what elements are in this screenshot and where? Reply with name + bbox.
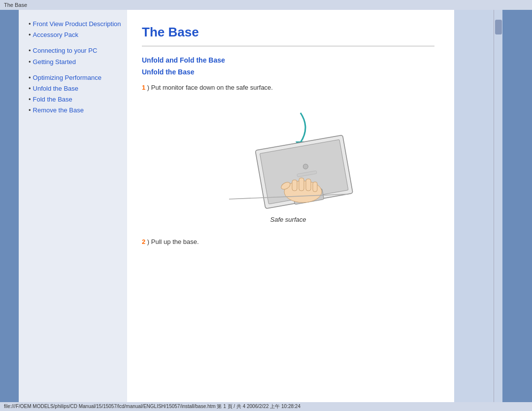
list-item: Getting Started (29, 58, 122, 67)
scrollbar[interactable] (494, 10, 502, 402)
step-2: 2 ) Pull up the base. (142, 238, 434, 245)
sidebar: Front View Product Description Accessory… (19, 10, 127, 402)
sub-heading: Unfold the Base (142, 68, 434, 76)
title-bar-text: The Base (4, 2, 27, 8)
sidebar-link-unfold-base[interactable]: Unfold the Base (33, 84, 79, 93)
sidebar-group-2: Connecting to your PC Getting Started (29, 46, 122, 66)
right-panel-blue (502, 10, 532, 402)
sidebar-link-front-view[interactable]: Front View Product Description (33, 20, 121, 29)
svg-rect-11 (313, 182, 317, 192)
svg-rect-9 (299, 178, 304, 191)
status-bar-text: file:///F/OEM MODELS/philips/CD Manual/1… (4, 403, 300, 410)
section-heading: Unfold and Fold the Base (142, 56, 434, 64)
sidebar-nav: Front View Product Description Accessory… (29, 20, 122, 115)
step-1-text: ) Put monitor face down on the safe surf… (147, 84, 273, 91)
step-1-number: 1 (142, 84, 145, 91)
list-item: Remove the Base (29, 106, 122, 115)
list-item: Fold the Base (29, 95, 122, 104)
sidebar-link-fold-base[interactable]: Fold the Base (33, 95, 72, 104)
monitor-illustration (214, 103, 362, 211)
divider (142, 46, 434, 46)
sidebar-link-accessory-pack[interactable]: Accessory Pack (33, 31, 78, 39)
sidebar-link-getting-started[interactable]: Getting Started (33, 58, 76, 67)
right-panels (454, 10, 532, 402)
list-item: Optimizing Performance (29, 73, 122, 82)
sidebar-link-connecting[interactable]: Connecting to your PC (33, 46, 98, 55)
sidebar-group-3: Optimizing Performance Unfold the Base F… (29, 73, 122, 115)
sidebar-group-1: Front View Product Description Accessory… (29, 20, 122, 39)
scroll-thumb[interactable] (495, 20, 502, 34)
status-bar: file:///F/OEM MODELS/philips/CD Manual/1… (0, 402, 532, 411)
content-area: The Base Unfold and Fold the Base Unfold… (127, 10, 454, 402)
sidebar-link-remove-base[interactable]: Remove the Base (33, 106, 84, 115)
step-1: 1 ) Put monitor face down on the safe su… (142, 84, 434, 91)
main-wrapper: Front View Product Description Accessory… (0, 10, 532, 402)
svg-rect-8 (292, 180, 297, 191)
sidebar-link-optimizing[interactable]: Optimizing Performance (33, 73, 101, 82)
step-2-text: ) Pull up the base. (147, 238, 199, 245)
list-item: Accessory Pack (29, 31, 122, 39)
page-title: The Base (142, 25, 434, 40)
right-panel-light (454, 10, 494, 402)
svg-rect-10 (306, 179, 311, 191)
left-accent-bar (0, 10, 19, 402)
title-bar: The Base (0, 0, 532, 10)
list-item: Front View Product Description (29, 20, 122, 29)
list-item: Unfold the Base (29, 84, 122, 93)
step-2-number: 2 (142, 238, 145, 245)
safe-surface-label: Safe surface (142, 216, 434, 223)
list-item: Connecting to your PC (29, 46, 122, 55)
illustration-container: Safe surface (142, 103, 434, 223)
